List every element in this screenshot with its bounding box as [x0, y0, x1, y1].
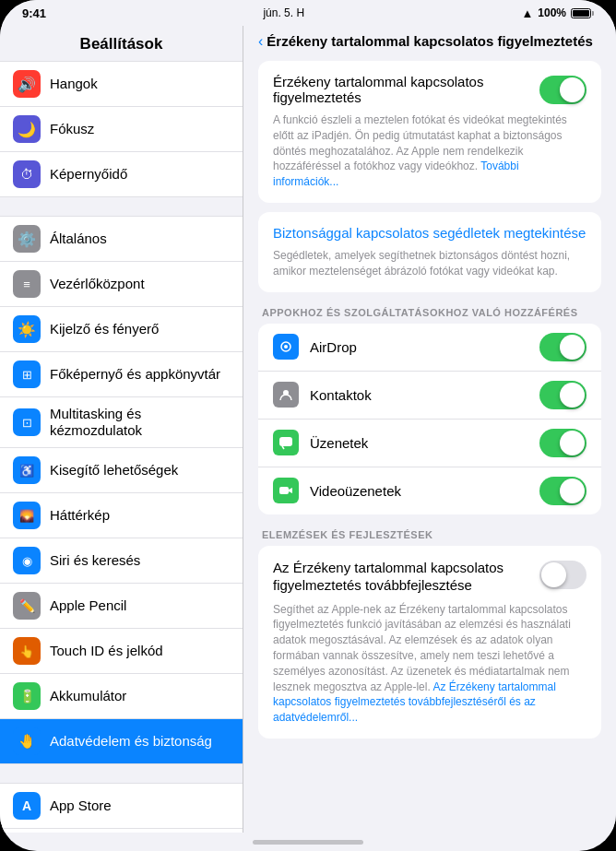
pencil-label: Apple Pencil [50, 597, 126, 614]
siri-label: Siri és keresés [50, 552, 140, 569]
sidebar-item-altalanos[interactable]: ⚙️ Általános [0, 216, 243, 262]
airdrop-icon [273, 334, 299, 360]
nav-bar: ‹ Érzékeny tartalommal kapcsolatos figye… [243, 26, 616, 53]
safety-link[interactable]: Biztonsággal kapcsolatos segédletek megt… [273, 225, 586, 241]
sidebar-item-kepernyo[interactable]: ⏱ Képernyőidő [0, 152, 243, 197]
sidebar-item-touchid[interactable]: 👆 Touch ID és jelkód [0, 629, 243, 674]
detail-title: Érzékeny tartalommal kapcsolatos figyelm… [267, 33, 601, 50]
siri-icon: ◉ [13, 547, 41, 574]
hatterkep-icon: 🌄 [13, 502, 41, 529]
analytics-label: Az Érzékeny tartalommal kapcsolatos figy… [273, 559, 539, 595]
access-item-videouzenetek: Videoüzenetek [258, 467, 601, 514]
touchid-label: Touch ID és jelkód [50, 643, 163, 659]
battery-icon [571, 8, 594, 18]
vezerlo-label: Vezérlőközpont [50, 276, 145, 292]
messages-icon [273, 430, 299, 455]
touchid-icon: 👆 [13, 637, 41, 665]
fokepernyő-icon: ⊞ [13, 360, 41, 388]
status-time: 9:41 [22, 6, 46, 20]
access-item-contacts: Kontaktok [258, 372, 601, 420]
spacer-2 [0, 764, 243, 783]
detail-content: ‹ Érzékeny tartalommal kapcsolatos figye… [243, 26, 616, 833]
sidebar-group-1: 🔊 Hangok 🌙 Fókusz ⏱ Képernyőidő [0, 61, 243, 197]
sidebar-item-adatvedelm[interactable]: 🤚 Adatvédelem és biztonság [0, 719, 243, 764]
fokusz-icon: 🌙 [13, 115, 41, 143]
status-date: jún. 5. H [263, 6, 304, 19]
messages-knob [560, 431, 585, 455]
hangok-label: Hangok [50, 76, 98, 92]
adatvedelm-label: Adatvédelem és biztonság [50, 733, 212, 750]
back-button[interactable]: ‹ [258, 33, 263, 50]
sidebar-item-vezerlo[interactable]: ≡ Vezérlőközpont [0, 262, 243, 307]
access-item-airdrop: AirDrop [258, 324, 601, 372]
fokepernyő-label: Főképernyő és appkönyvtár [50, 366, 220, 383]
status-bar: 9:41 jún. 5. H ▲ 100% [0, 0, 616, 26]
access-item-messages: Üzenetek [258, 420, 601, 467]
contacts-label: Kontaktok [310, 387, 539, 403]
analytics-section: ELEMZÉSEK ÉS FEJLESZTÉSEK Az Érzékeny ta… [258, 529, 601, 739]
access-section-header: APPOKHOZ ÉS SZOLGÁLTATÁSOKHOZ VALÓ HOZZÁ… [258, 307, 601, 324]
main-toggle-card: Érzékeny tartalommal kapcsolatos figyelm… [258, 61, 601, 203]
kepernyo-label: Képernyőidő [50, 166, 127, 183]
sidebar-group-2: ⚙️ Általános ≡ Vezérlőközpont ☀️ Kijelző… [0, 216, 243, 764]
main-layout: Beállítások 🔊 Hangok 🌙 Fókusz ⏱ Képernyő… [0, 26, 616, 833]
sidebar-title: Beállítások [0, 26, 243, 61]
airdrop-toggle[interactable] [539, 333, 586, 361]
contacts-toggle[interactable] [539, 381, 586, 409]
messages-toggle[interactable] [539, 429, 586, 457]
battery-label: 100% [538, 6, 566, 19]
sidebar-item-fokepernyő[interactable]: ⊞ Főképernyő és appkönyvtár [0, 352, 243, 397]
videouzenetek-toggle[interactable] [539, 477, 586, 505]
svg-rect-3 [279, 437, 292, 446]
analytics-header: ELEMZÉSEK ÉS FEJLESZTÉSEK [258, 529, 601, 546]
analytics-toggle[interactable] [539, 561, 586, 589]
main-toggle-switch[interactable] [539, 76, 586, 104]
videouzenetek-knob [560, 479, 585, 503]
vezerlo-icon: ≡ [13, 270, 41, 298]
airdrop-knob [560, 335, 585, 360]
contacts-icon [273, 382, 299, 408]
home-bar [253, 840, 363, 845]
sidebar-item-appstore[interactable]: A App Store [0, 783, 243, 829]
main-toggle-description: A funkció észleli a meztelen fotókat és … [273, 112, 586, 190]
more-info-link[interactable]: További információk... [273, 160, 519, 188]
main-toggle-knob [560, 77, 585, 102]
sidebar-item-siri[interactable]: ◉ Siri és keresés [0, 538, 243, 584]
sidebar: Beállítások 🔊 Hangok 🌙 Fókusz ⏱ Képernyő… [0, 26, 243, 833]
kepernyo-icon: ⏱ [13, 160, 41, 188]
analytics-link[interactable]: Az Érzékeny tartalommal kapcsolatos figy… [273, 680, 556, 725]
kisegito-icon: ♿ [13, 456, 41, 484]
analytics-description: Segíthet az Apple-nek az Érzékeny tartal… [273, 602, 586, 726]
spacer-1 [0, 197, 243, 216]
sidebar-item-kijelzo[interactable]: ☀️ Kijelző és fényerő [0, 307, 243, 352]
analytics-card: Az Érzékeny tartalommal kapcsolatos figy… [258, 546, 601, 739]
home-indicator [0, 833, 616, 851]
altalanos-icon: ⚙️ [13, 225, 41, 253]
analytics-knob [541, 562, 566, 587]
analytics-toggle-row: Az Érzékeny tartalommal kapcsolatos figy… [273, 559, 586, 595]
sidebar-group-3: A App Store ▤ Tárca [0, 783, 243, 833]
hangok-icon: 🔊 [13, 70, 41, 98]
pencil-icon: ✏️ [13, 592, 41, 620]
sidebar-item-fokusz[interactable]: 🌙 Fókusz [0, 107, 243, 152]
svg-rect-4 [279, 487, 289, 494]
kijelzo-label: Kijelző és fényerő [50, 321, 159, 337]
kijelzo-icon: ☀️ [13, 315, 41, 343]
sidebar-item-hangok[interactable]: 🔊 Hangok [0, 61, 243, 107]
fokusz-label: Fókusz [50, 121, 94, 137]
videouzenetek-label: Videoüzenetek [310, 483, 539, 499]
airdrop-label: AirDrop [310, 339, 539, 355]
sidebar-item-kisegito[interactable]: ♿ Kisegítő lehetőségek [0, 448, 243, 493]
appstore-icon: A [13, 792, 41, 820]
sidebar-list: 🔊 Hangok 🌙 Fókusz ⏱ Képernyőidő [0, 61, 243, 833]
sidebar-item-multitasking[interactable]: ⊡ Multitasking és kézmozdulatok [0, 397, 243, 448]
safety-description: Segédletek, amelyek segíthetnek biztonsá… [273, 248, 586, 279]
sidebar-item-hatterkep[interactable]: 🌄 Háttérkép [0, 493, 243, 538]
appstore-label: App Store [50, 798, 112, 814]
akkumulator-label: Akkumulátor [50, 688, 126, 704]
altalanos-label: Általános [50, 230, 107, 247]
sidebar-item-akkumulator[interactable]: 🔋 Akkumulátor [0, 674, 243, 719]
sidebar-item-pencil[interactable]: ✏️ Apple Pencil [0, 584, 243, 629]
device-frame: 9:41 jún. 5. H ▲ 100% Beállítások 🔊 Hang… [0, 0, 616, 851]
messages-label: Üzenetek [310, 435, 539, 451]
